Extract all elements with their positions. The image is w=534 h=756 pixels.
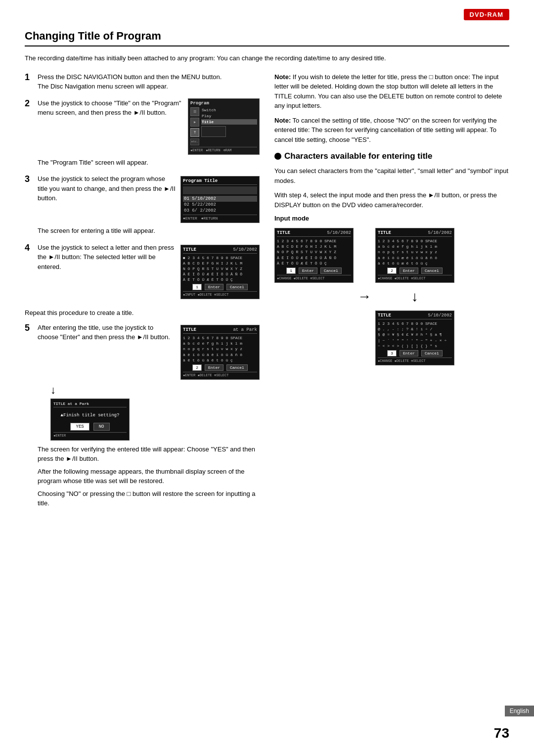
cs-row1: ■ 2 3 4 5 6 7 8 9 0 SPACE (183, 255, 257, 261)
pt-row-2: 02 5/22/2002 (183, 202, 257, 208)
cap-btn-row: 1 Enter Cancel (277, 267, 351, 274)
cap-enter-btn[interactable]: Enter (299, 267, 317, 274)
pm-footer: ●ENTER ●RETURN ⊕RAM (190, 147, 257, 152)
cs-cancel-btn[interactable]: Cancel (226, 284, 248, 290)
step-5-with-img: After entering the title, use the joysti… (38, 323, 260, 382)
cs-title-bar: TITLE 5/10/2002 (183, 247, 257, 254)
confirm-title: TITLE at a Park (53, 401, 127, 407)
sm-row1: 1 2 3 4 5 6 7 8 9 0 SPACE (378, 238, 452, 244)
section-title-text: Characters available for entering title (284, 151, 433, 161)
cs-title-label: TITLE (183, 247, 196, 252)
step-3-number: 3 (25, 174, 35, 185)
cap-row1: 1 2 3 4 5 6 7 8 9 0 SPACE (277, 238, 351, 244)
symbol-screen: TITLE 5/10/2002 1 2 3 4 5 6 7 8 9 0 SPAC… (375, 311, 454, 365)
pm-icon-disc: ☰ (190, 107, 199, 116)
pm-thumbnail (201, 126, 226, 137)
step-1-content: Press the DISC NAVIGATION button and the… (38, 72, 260, 91)
step-4-number: 4 (25, 243, 35, 254)
cap-row4: Ä Ë Ï Ö Ü Æ Ë Ï Ö Ü Ã Ñ Ö (277, 255, 351, 261)
confirm-no-btn[interactable]: NO (93, 423, 110, 431)
capital-screen: TITLE 5/10/2002 1 2 3 4 5 6 7 8 9 0 SPAC… (274, 228, 354, 283)
step-2-text-block: Use the joystick to choose "Title" on th… (38, 98, 183, 118)
note-2-label: Note: (274, 117, 291, 124)
left-column: 1 Press the DISC NAVIGATION button and t… (25, 72, 260, 515)
english-badge: English (505, 706, 534, 716)
program-menu-screen: Program ☰ ▶ T etc. Switch (188, 98, 260, 155)
pm-enter: ●ENTER (190, 148, 203, 152)
cs-row3: N O P Q R S T U V W X Y Z (183, 266, 257, 271)
step-2-text: Use the joystick to choose "Title" on th… (38, 98, 183, 118)
chars-section-heading: Characters available for entering title (274, 151, 509, 161)
si-enter-btn[interactable]: Enter (205, 364, 223, 371)
char-section-text-1: You can select characters from the "capi… (274, 166, 509, 185)
pm-item-title: Title (201, 119, 257, 125)
pm-ram: ⊕RAM (223, 148, 232, 152)
cs-row2: A B C D E F G H I J K L M (183, 261, 257, 266)
page-number: 73 (494, 725, 509, 741)
program-title-screen: Program Title 01 5/10/2002 02 5/22/2002 … (180, 174, 260, 223)
confirm-yes-btn[interactable]: YES (70, 423, 89, 431)
cap-row2: A B C D E F G H I J K L M (277, 244, 351, 249)
step-1-number: 1 (25, 72, 35, 83)
note-1-label: Note: (274, 73, 291, 81)
pm-icon-title: T (190, 128, 199, 137)
repeat-text: Repeat this procedure to create a title. (25, 308, 260, 318)
si-footer: ●ENTER ●DELETE ⊕SELECT (183, 372, 257, 377)
cs-enter-btn[interactable]: Enter (205, 284, 223, 290)
right-column: Note: If you wish to delete the letter f… (274, 72, 509, 515)
cs-mode-btn: 1 (192, 284, 202, 290)
cap-row5: Ä Ë T Ö Ü Æ Ë T Ö Ü Ç (277, 261, 351, 266)
sm-label: TITLE (378, 230, 391, 235)
si-row2: a b c d e f g h i j k l m (183, 341, 257, 346)
sm-cancel-btn[interactable]: Cancel (421, 267, 443, 274)
step-3-sub: The screen for entering a title will app… (38, 226, 260, 236)
small-screen: TITLE 5/10/2002 1 2 3 4 5 6 7 8 9 0 SPAC… (375, 228, 454, 283)
si-cancel-btn[interactable]: Cancel (226, 364, 248, 371)
step-2-with-img: Use the joystick to choose "Title" on th… (38, 98, 260, 155)
si-title-bar: TITLE at a Park (183, 327, 257, 334)
si-row4: à ë ï ö ü ä ë ï ö ü ã ñ ö (183, 352, 257, 357)
si-row5: à ë t ö ü ä ë t ö ü ç (183, 357, 257, 363)
step-5-sub-3: Choosing "NO" or pressing the □ button w… (38, 489, 260, 508)
page-title: Changing Title of Program (25, 30, 509, 46)
char-input-mockup: TITLE 5/10/2002 ■ 2 3 4 5 6 7 8 9 0 SPAC… (180, 245, 260, 300)
pm-icon-play: ▶ (190, 118, 199, 127)
step-1-text: Press the DISC NAVIGATION button and the… (38, 72, 260, 82)
sym-label: TITLE (378, 313, 391, 318)
cap-row3: N O P Q R S T U V W X Y Z (277, 249, 351, 255)
sym-row5: ~ < > < > ( ) [ ] { } " s (378, 343, 452, 349)
pt-row-3: 03 6/ 2/2002 (183, 208, 257, 214)
cap-title-bar: TITLE 5/10/2002 (277, 230, 351, 237)
sm-title-bar: TITLE 5/10/2002 (378, 230, 452, 237)
char-section-text-2: With step 4, select the input mode and t… (274, 190, 509, 210)
step-5-sub-texts: The screen for verifying the entered tit… (38, 445, 260, 508)
pm-return: ●RETURN (206, 148, 220, 152)
note-1-text: If you wish to delete the letter for tit… (274, 73, 502, 110)
step-1: 1 Press the DISC NAVIGATION button and t… (25, 72, 260, 91)
confirm-mockup: TITLE at a Park ▲Finish title setting? Y… (50, 399, 130, 441)
step-3-text-block: Use the joystick to select the program w… (38, 174, 176, 203)
step-5-sub-1: The screen for verifying the entered tit… (38, 445, 260, 464)
pt-thumbnail (183, 186, 257, 194)
step-3-content: Use the joystick to select the program w… (38, 174, 260, 236)
right-arrow-icon: → (357, 289, 371, 305)
sm-row2: a b c d e f g h i j k l m (378, 244, 452, 249)
step-2-sub: The "Program Title" screen will appear. (38, 158, 260, 168)
sm-row3: n o p q r s t u v w x y z (378, 249, 452, 255)
sym-cancel-btn[interactable]: Cancel (421, 350, 443, 356)
si-title-text: at a Park (233, 327, 257, 332)
cap-date: 5/10/2002 (327, 230, 351, 235)
confirm-message: ▲Finish title setting? (53, 410, 127, 421)
pm-item-switch: Switch (201, 107, 257, 113)
confirm-buttons: YES NO (53, 423, 127, 431)
step-3: 3 Use the joystick to select the program… (25, 174, 260, 236)
cap-mode-num: 1 (286, 267, 296, 274)
sym-enter-btn[interactable]: Enter (400, 350, 418, 356)
cs-button-row: 1 Enter Cancel (183, 284, 257, 290)
confirm-screen-container: TITLE at a Park ▲Finish title setting? Y… (50, 399, 260, 441)
step-4: 4 Use the joystick to select a letter an… (25, 243, 260, 302)
step-3-text: Use the joystick to select the program w… (38, 174, 176, 203)
pt-footer: ●ENTER ●RETURN (183, 215, 257, 221)
sm-enter-btn[interactable]: Enter (400, 267, 418, 274)
cap-cancel-btn[interactable]: Cancel (320, 267, 342, 274)
